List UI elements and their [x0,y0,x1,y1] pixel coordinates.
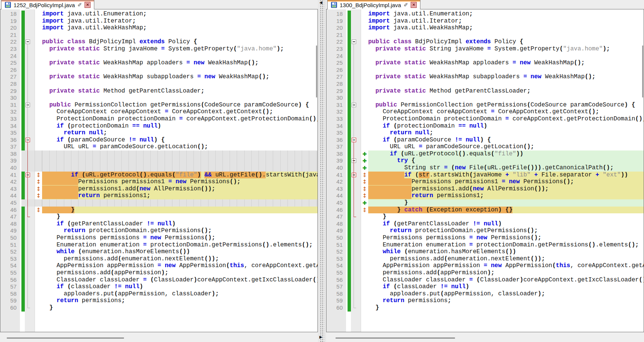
code-line[interactable]: 58 apploaders.put(appPermission, classLo… [327,290,644,298]
fold-toggle[interactable] [26,40,30,44]
code-line[interactable]: 29 private static Method getParentClassL… [0,88,317,95]
code-line[interactable]: 42‡ Permissions permissions1 = new Permi… [327,178,644,185]
code-line[interactable]: 31 public PermissionCollection getPermis… [0,102,317,109]
code-line[interactable]: 26 [327,67,644,74]
code-line[interactable]: 18import java.util.Enumeration; [0,11,317,18]
code-line[interactable]: 57 if (classLoader != null) [327,283,644,290]
code-line[interactable]: 43‡ permissions1.add(new AllPermission()… [0,185,317,193]
code-line[interactable]: 55 permissions.add(appPermission); [0,269,317,277]
code-line[interactable]: 45✚ } [327,199,644,207]
code-area[interactable]: 18import java.util.Enumeration;19import … [0,11,317,312]
code-line[interactable]: 34 if (protectionDomain == null) [327,123,644,130]
code-line[interactable]: 48 if (getParentClassLoader != null) [327,220,644,228]
code-line[interactable]: 46‡ } catch (Exception exception) {} [327,207,644,214]
pane-splitter[interactable]: ◀ ▶ [318,0,326,342]
code-line[interactable]: 55 permissions.add(appPermission); [327,269,644,277]
code-line[interactable]: 45 [0,199,317,207]
code-line[interactable]: 44‡ return permissions1; [327,192,644,199]
code-line[interactable]: 30 [0,94,317,102]
code-line[interactable]: 50 Permissions permissions = new Permiss… [0,234,317,242]
code-line[interactable]: 46‡ } [0,207,317,214]
tab-left-file[interactable]: 1252_BdjPolicyImpl.java ✐ ✕ [1,0,94,9]
code-line[interactable]: 37 URL uRL = paramCodeSource.getLocation… [327,143,644,150]
code-line[interactable]: 53 permissions.add(enumeration.nextEleme… [0,255,317,263]
code-line[interactable]: 32 CoreAppContext coreAppContext = CoreA… [0,108,317,116]
code-line[interactable]: 31 public PermissionCollection getPermis… [327,102,644,109]
code-line[interactable]: 36 if (paramCodeSource != null) { [327,137,644,144]
code-line[interactable]: 52 while (enumeration.hasMoreElements()) [0,248,317,255]
close-icon[interactable]: ✕ [411,2,417,8]
fold-toggle[interactable] [352,40,356,44]
code-line[interactable]: 18import java.util.Enumeration; [327,11,644,18]
code-line[interactable]: 42‡ Permissions permissions1 = new Permi… [0,178,317,185]
pin-icon[interactable]: ✐ [404,2,408,8]
code-line[interactable]: 40✚ String str = (new File(uRL.getFile()… [327,164,644,172]
code-line[interactable]: 38✚ if (uRL.getProtocol().equals("file")… [327,150,644,158]
code-line[interactable]: 30 [327,94,644,102]
code-line[interactable]: 40 [0,164,317,172]
code-line[interactable]: 21 [0,32,317,39]
tab-right-file[interactable]: 1300_BdjPolicyImpl.java ✐ ✕ [327,0,420,9]
code-line[interactable]: 53 permissions.add(enumeration.nextEleme… [327,255,644,263]
code-line[interactable]: 54 AppPermission appPermission = new App… [327,262,644,269]
code-line[interactable]: 37 URL uRL = paramCodeSource.getLocation… [0,143,317,150]
code-line[interactable]: 41‡ if (str.startsWith(javaHome + "lib" … [327,172,644,179]
code-line[interactable]: 34 if (protectionDomain == null) [0,123,317,130]
code-line[interactable]: 23 private static String javaHome = Syst… [327,46,644,53]
code-line[interactable]: 35 return null; [0,129,317,137]
code-line[interactable]: 20import java.util.WeakHashMap; [0,24,317,32]
code-line[interactable]: 48 if (getParentClassLoader != null) [0,220,317,228]
code-line[interactable]: 32 CoreAppContext coreAppContext = CoreA… [327,108,644,116]
code-line[interactable]: 56 ClassLoader classLoader = (ClassLoade… [0,277,317,284]
code-line[interactable]: 41‡ if (uRL.getProtocol().equals("file")… [0,172,317,179]
code-line[interactable]: 60 } [0,304,317,312]
code-line[interactable]: 47 } [327,213,644,220]
horizontal-scrollbar-left[interactable] [0,332,318,342]
code-line[interactable]: 22public class BdjPolicyImpl extends Pol… [327,38,644,46]
code-line[interactable]: 21 [327,32,644,39]
vertical-scrollbar-thumb[interactable] [316,46,317,97]
pin-icon[interactable]: ✐ [77,2,82,8]
horizontal-scrollbar-thumb[interactable] [336,337,455,339]
horizontal-scrollbar-thumb[interactable] [7,337,124,339]
code-line[interactable]: 26 [0,67,317,74]
code-line[interactable]: 54 AppPermission appPermission = new App… [0,262,317,269]
code-line[interactable]: 39✚ try { [327,157,644,164]
code-line[interactable]: 39 [0,157,317,164]
code-line[interactable]: 52 while (enumeration.hasMoreElements()) [327,248,644,255]
code-line[interactable]: 33 ProtectionDomain protectionDomain = c… [0,116,317,123]
code-line[interactable]: 24 [327,53,644,60]
code-line[interactable]: 56 ClassLoader classLoader = (ClassLoade… [327,277,644,284]
code-line[interactable]: 35 return null; [327,129,644,137]
code-line[interactable]: 59 return permissions; [0,297,317,304]
code-line[interactable]: 36 if (paramCodeSource != null) { [0,137,317,144]
code-line[interactable]: 50 Permissions permissions = new Permiss… [327,234,644,242]
code-line[interactable]: 44‡ return permissions1; [0,192,317,199]
code-line[interactable]: 38 [0,150,317,158]
vertical-scrollbar-thumb[interactable] [642,46,643,97]
code-line[interactable]: 28 [327,81,644,88]
collapse-left-arrow-icon[interactable]: ◀ [319,1,322,5]
code-line[interactable]: 43‡ permissions1.add(new AllPermission()… [327,185,644,193]
code-line[interactable]: 60 } [327,304,644,312]
code-line[interactable]: 20import java.util.WeakHashMap; [327,24,644,32]
code-area[interactable]: 18import java.util.Enumeration;19import … [327,11,644,312]
close-icon[interactable]: ✕ [85,2,91,8]
code-line[interactable]: 29 private static Method getParentClassL… [327,88,644,95]
code-line[interactable]: 24 [0,53,317,60]
collapse-right-arrow-icon[interactable]: ▶ [319,335,322,339]
code-line[interactable]: 33 ProtectionDomain protectionDomain = c… [327,116,644,123]
code-line[interactable]: 51 Enumeration enumeration = protectionD… [327,242,644,249]
code-line[interactable]: 59 return permissions; [327,297,644,304]
code-line[interactable]: 51 Enumeration enumeration = protectionD… [0,242,317,249]
code-line[interactable]: 27 private static WeakHashMap subappload… [327,73,644,81]
horizontal-scrollbar-right[interactable] [326,332,644,342]
code-line[interactable]: 22public class BdjPolicyImpl extends Pol… [0,38,317,46]
code-line[interactable]: 25 private static WeakHashMap apploaders… [0,59,317,67]
code-line[interactable]: 49 return protectionDomain.getPermission… [327,227,644,234]
code-line[interactable]: 23 private static String javaHome = Syst… [0,46,317,53]
code-line[interactable]: 19import java.util.Iterator; [327,18,644,25]
code-line[interactable]: 58 apploaders.put(appPermission, classLo… [0,290,317,298]
code-line[interactable]: 47 } [0,213,317,220]
code-line[interactable]: 49 return protectionDomain.getPermission… [0,227,317,234]
